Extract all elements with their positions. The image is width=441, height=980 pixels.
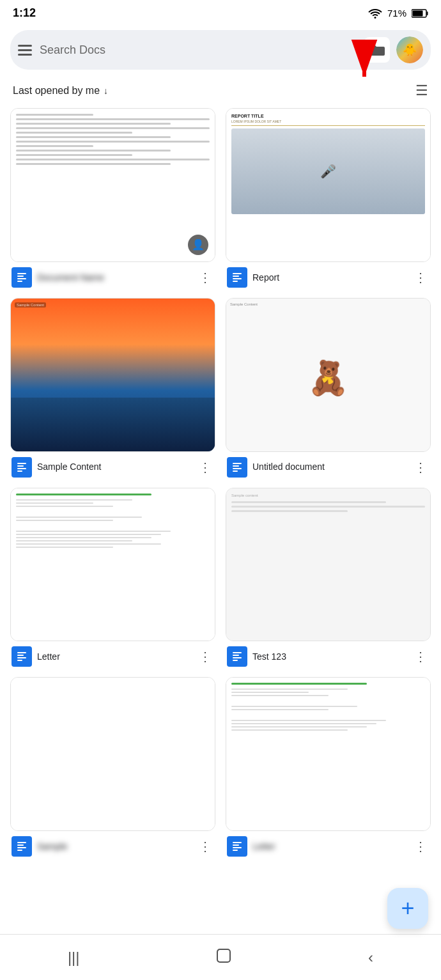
doc-thumbnail[interactable]: Sample content [226,488,431,642]
doc-name: Letter [252,841,406,852]
doc-menu-button[interactable]: ⋮ [196,457,214,478]
doc-info: Test 123 ⋮ [226,646,431,667]
doc-thumbnail[interactable]: REPORT TITLE LOREM IPSUM DOLOR SIT AMET … [226,108,431,262]
status-bar: 1:12 71% [0,0,441,24]
recents-icon: ||| [68,949,80,967]
bottom-partial-docs: Sample ⋮ [0,667,441,857]
sort-bar: Last opened by me ↓ ☰ [0,79,441,108]
doc-menu-button[interactable]: ⋮ [196,646,214,667]
create-new-fab[interactable]: + [387,888,428,929]
doc-info: Letter ⋮ [10,646,215,667]
doc-info: Sample Content ⋮ [10,457,215,478]
doc-menu-button[interactable]: ⋮ [412,646,429,667]
docs-file-icon [227,836,247,857]
wifi-icon [368,8,382,19]
thumbnail-preview: Sample Content [11,299,215,451]
doc-name: Sample [37,841,191,852]
hamburger-menu-icon[interactable] [18,45,32,56]
bottom-nav-recents[interactable]: ||| [68,949,80,967]
doc-thumbnail[interactable] [10,677,215,831]
docs-file-icon [227,646,247,667]
thumbnail-preview [11,488,215,641]
svg-rect-2 [427,12,428,15]
doc-thumbnail[interactable]: Sample Content [10,298,215,452]
doc-thumbnail[interactable] [10,488,215,642]
doc-name: Untitled document [252,461,406,472]
doc-thumbnail[interactable]: Sample Content 🧸 [226,298,431,452]
doc-menu-button[interactable]: ⋮ [196,836,214,857]
bottom-nav-back[interactable]: ‹ [368,949,373,967]
avatar-image: 🐥 [396,36,423,63]
doc-info: Report ⋮ [226,267,431,288]
doc-thumbnail[interactable]: 👤 [10,108,215,262]
sort-label-button[interactable]: Last opened by me ↓ [13,85,108,97]
user-avatar[interactable]: 🐥 [396,36,423,63]
svg-rect-1 [413,10,423,16]
svg-rect-5 [217,949,230,962]
folder-icon-button[interactable] [364,37,390,63]
list-item[interactable]: Sample Content 🧸 Untitled document ⋮ [226,298,431,478]
bottom-nav: ||| ‹ [0,934,441,980]
docs-file-icon [227,457,247,478]
home-icon [215,947,233,968]
list-item[interactable]: Sample Content Sample Content ⋮ [10,298,215,478]
doc-info: Sample ⋮ [10,836,215,857]
battery-icon [412,9,428,18]
back-icon: ‹ [368,949,373,967]
doc-info: Document Name ⋮ [10,267,215,288]
doc-name: Document Name [37,272,191,283]
shared-icon: 👤 [188,235,208,255]
doc-name: Report [252,272,406,283]
doc-name: Letter [37,651,191,662]
list-item[interactable]: Sample content Test 123 ⋮ [226,488,431,667]
search-right-controls: 🐥 [364,36,423,63]
thumbnail-preview: REPORT TITLE LOREM IPSUM DOLOR SIT AMET … [226,109,430,261]
search-bar[interactable]: Search Docs 🐥 [10,30,431,70]
folder-icon [369,43,385,57]
list-item[interactable]: Sample ⋮ [10,677,215,857]
docs-file-icon [12,836,32,857]
doc-info: Letter ⋮ [226,836,431,857]
thumbnail-preview [11,678,215,830]
status-time: 1:12 [13,6,36,20]
doc-menu-button[interactable]: ⋮ [196,267,214,288]
docs-file-icon [227,267,247,288]
thumbnail-preview [11,109,215,261]
battery-percentage: 71% [387,8,406,19]
thumbnail-preview: Sample content [226,488,430,641]
doc-menu-button[interactable]: ⋮ [412,836,429,857]
bottom-nav-home[interactable] [215,947,233,968]
doc-name: Sample Content [37,461,191,472]
doc-name: Test 123 [252,651,406,662]
status-icons: 71% [368,8,428,19]
docs-file-icon [12,646,32,667]
sort-dropdown-arrow: ↓ [104,86,108,96]
docs-file-icon [12,457,32,478]
sort-label-text: Last opened by me [13,85,100,97]
list-item[interactable]: 👤 Document Name ⋮ [10,108,215,288]
docs-file-icon [12,267,32,288]
thumbnail-preview [226,678,430,830]
list-item[interactable]: REPORT TITLE LOREM IPSUM DOLOR SIT AMET … [226,108,431,288]
doc-info: Untitled document ⋮ [226,457,431,478]
list-item[interactable]: Letter ⋮ [226,677,431,857]
docs-grid: 👤 Document Name ⋮ REPORT TITLE LOREM IPS… [0,108,441,667]
doc-menu-button[interactable]: ⋮ [412,267,429,288]
list-item[interactable]: Letter ⋮ [10,488,215,667]
plus-icon: + [401,895,414,922]
search-placeholder[interactable]: Search Docs [40,43,357,57]
thumbnail-preview: Sample Content 🧸 [226,299,430,451]
doc-thumbnail[interactable] [226,677,431,831]
list-view-icon[interactable]: ☰ [415,82,428,99]
doc-menu-button[interactable]: ⋮ [412,457,429,478]
